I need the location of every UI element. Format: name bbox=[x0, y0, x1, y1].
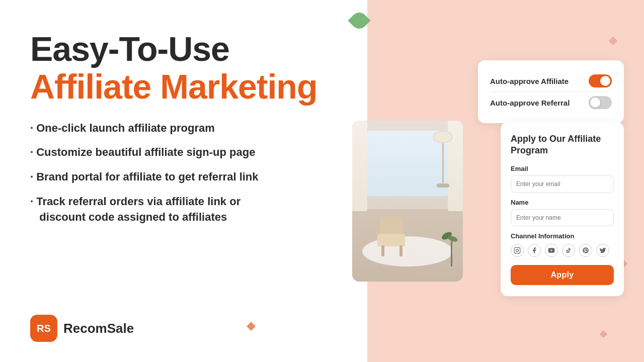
deco-pink-top bbox=[610, 38, 616, 44]
auto-approve-affiliate-row: Auto-approve Affiliate bbox=[490, 70, 612, 92]
svg-point-2 bbox=[516, 249, 519, 251]
channel-icons-row bbox=[511, 244, 614, 257]
auto-approve-card: Auto-approve Affiliate Auto-approve Refe… bbox=[478, 60, 624, 123]
deco-pink-bottom bbox=[601, 331, 606, 337]
youtube-icon[interactable] bbox=[545, 244, 558, 257]
svg-point-3 bbox=[519, 248, 519, 249]
room-image bbox=[352, 121, 463, 282]
email-label: Email bbox=[511, 165, 614, 172]
auto-approve-referral-label: Auto-approve Referral bbox=[490, 99, 570, 107]
auto-approve-affiliate-toggle[interactable] bbox=[589, 74, 612, 87]
headline-line1: Easy-To-Use bbox=[30, 30, 337, 68]
svg-rect-1 bbox=[514, 247, 520, 253]
feature-item-2: Customize beautiful affiliate sign-up pa… bbox=[30, 145, 337, 160]
facebook-icon[interactable] bbox=[528, 244, 541, 257]
apply-form-title: Apply to Our Affiliate Program bbox=[511, 133, 614, 157]
tiktok-icon[interactable] bbox=[562, 244, 575, 257]
deco-arrow-left bbox=[247, 322, 256, 331]
auto-approve-affiliate-label: Auto-approve Affiliate bbox=[490, 77, 569, 85]
svg-marker-0 bbox=[247, 322, 256, 331]
channel-label: Channel Information bbox=[511, 232, 614, 240]
auto-approve-referral-row: Auto-approve Referral bbox=[490, 92, 612, 113]
headline-line2: Affiliate Marketing bbox=[30, 68, 337, 106]
feature-item-4: · Track referral orders via affiliate li… bbox=[30, 194, 337, 225]
instagram-icon[interactable] bbox=[511, 244, 524, 257]
name-label: Name bbox=[511, 199, 614, 206]
leaf-decoration bbox=[351, 13, 367, 29]
pinterest-icon[interactable] bbox=[579, 244, 592, 257]
email-input[interactable] bbox=[511, 175, 614, 193]
apply-form-card: Apply to Our Affiliate Program Email Nam… bbox=[501, 122, 624, 296]
left-section: Easy-To-Use Affiliate Marketing One-clic… bbox=[0, 0, 367, 362]
auto-approve-referral-toggle[interactable] bbox=[589, 96, 612, 109]
feature-item-3: Brand portal for affiliate to get referr… bbox=[30, 169, 337, 185]
logo-block: RS RecomSale bbox=[30, 315, 337, 342]
recomsale-logo-icon: RS bbox=[30, 315, 57, 342]
feature-item-1: One-click launch affiliate program bbox=[30, 121, 337, 136]
headline-block: Easy-To-Use Affiliate Marketing bbox=[30, 30, 337, 106]
features-list: One-click launch affiliate program Custo… bbox=[30, 121, 337, 225]
twitter-icon[interactable] bbox=[596, 244, 609, 257]
name-input[interactable] bbox=[511, 209, 614, 226]
apply-button[interactable]: Apply bbox=[511, 265, 614, 285]
logo-text: RecomSale bbox=[63, 321, 134, 336]
